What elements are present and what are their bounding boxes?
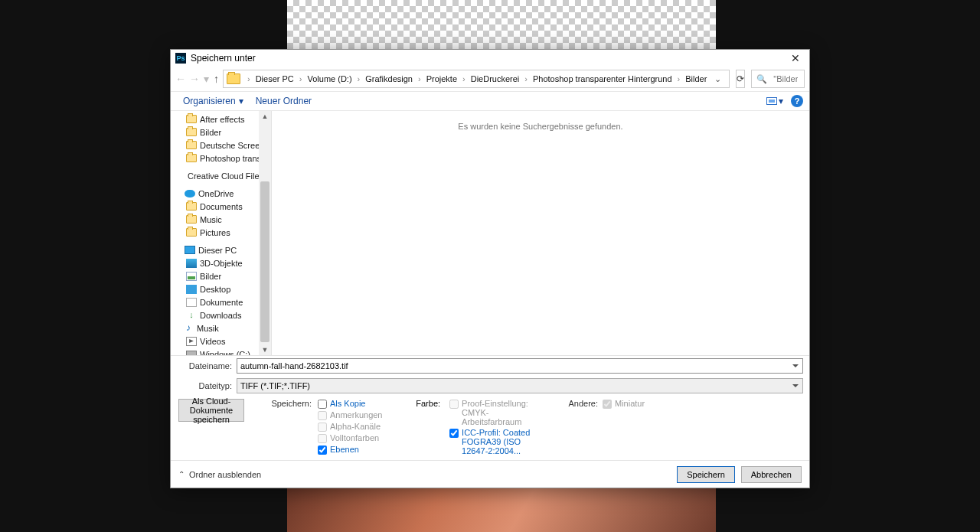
tree-label: OneDrive <box>198 189 234 198</box>
tree-label: Documents <box>200 202 243 211</box>
save-as-dialog: Ps Speichern unter ✕ ← → ▾ ↑ › Dieser PC… <box>170 49 810 488</box>
chevron-right-icon: › <box>245 74 253 83</box>
titlebar: Ps Speichern unter ✕ <box>171 50 809 67</box>
nav-recent-button[interactable]: ▾ <box>203 70 210 87</box>
tree-item-this-pc[interactable]: Dieser PC <box>171 243 271 256</box>
crumb[interactable]: Projekte <box>423 74 460 83</box>
scroll-thumb[interactable] <box>260 181 270 342</box>
crumb[interactable]: Grafikdesign <box>362 74 416 83</box>
tree-item[interactable]: Dokumente <box>171 295 271 308</box>
tree-item[interactable]: Desktop <box>171 282 271 295</box>
filename-input[interactable]: autumn-fall-hand-2682103.tif <box>237 358 803 374</box>
checkbox-layers[interactable]: Ebenen <box>318 445 396 455</box>
dialog-title: Speichern unter <box>191 53 786 64</box>
nav-row: ← → ▾ ↑ › Dieser PC › Volume (D:) › Graf… <box>171 67 809 91</box>
nav-forward-button[interactable]: → <box>189 70 200 87</box>
checkbox-spot-colors: Volltonfarben <box>318 433 396 443</box>
app-icon: Ps <box>175 53 186 64</box>
tree-item[interactable]: After effects <box>171 113 271 126</box>
tree-item-creative-cloud[interactable]: Creative Cloud Files <box>171 169 271 182</box>
nav-back-button[interactable]: ← <box>175 70 186 87</box>
hide-folders-toggle[interactable]: ⌃ Ordner ausblenden <box>178 470 261 479</box>
tree-label: Videos <box>200 337 225 346</box>
crumb[interactable]: Photoshop transparenter Hintergrund <box>530 74 675 83</box>
search-field[interactable]: 🔍 <box>751 70 805 88</box>
checkbox-as-copy[interactable]: Als Kopie <box>318 399 365 409</box>
tree-item[interactable]: ♪Musik <box>171 321 271 335</box>
chevron-right-icon: › <box>355 74 363 83</box>
save-options-label: Speichern: <box>260 399 318 409</box>
tree-item[interactable]: Bilder <box>171 269 271 282</box>
organize-menu[interactable]: Organisieren ▾ <box>177 96 250 106</box>
checkbox-proof-setup: Proof-Einstellung: CMYK-Arbeitsfarbraum <box>449 399 541 426</box>
hide-folders-label: Ordner ausblenden <box>189 470 261 479</box>
tree-label: Desktop <box>200 285 230 294</box>
save-cloud-button[interactable]: Als Cloud-Dokumente speichern <box>178 399 244 422</box>
color-options-label: Farbe: <box>411 399 445 455</box>
search-icon: 🔍 <box>756 74 767 84</box>
tree-item[interactable]: ↓Downloads <box>171 308 271 321</box>
filetype-row: Dateityp: TIFF (*.TIF;*.TIFF) <box>171 376 809 396</box>
cancel-button[interactable]: Abbrechen <box>741 466 802 483</box>
chevron-down-icon: ▾ <box>239 96 243 106</box>
tree-item[interactable]: Bilder <box>171 126 271 139</box>
tree-label: Musik <box>197 324 219 333</box>
scroll-down-icon[interactable]: ▼ <box>259 344 271 355</box>
breadcrumb[interactable]: › Dieser PC › Volume (D:) › Grafikdesign… <box>223 70 730 88</box>
downloads-icon: ↓ <box>186 311 197 320</box>
tree-label: After effects <box>200 115 245 124</box>
tree-item[interactable]: Photoshop transparente <box>171 152 271 165</box>
tree-item[interactable]: Documents <box>171 200 271 213</box>
tree-label: Dieser PC <box>198 246 237 255</box>
tree-label: Dokumente <box>200 298 243 307</box>
chevron-right-icon: › <box>522 74 530 83</box>
view-mode-dropdown[interactable]: ▾ <box>766 96 783 106</box>
drive-icon <box>186 351 197 356</box>
crumb[interactable]: Dieser PC <box>253 74 297 83</box>
scroll-up-icon[interactable]: ▲ <box>259 111 271 122</box>
tree-label: Creative Cloud Files <box>188 171 263 181</box>
crumb[interactable]: DieDruckerei <box>468 74 523 83</box>
chevron-right-icon: › <box>297 74 305 83</box>
tree-item[interactable]: Windows (C:) <box>171 348 271 355</box>
nav-up-button[interactable]: ↑ <box>213 70 220 87</box>
tree-item[interactable]: Pictures <box>171 226 271 239</box>
pictures-icon <box>186 272 197 281</box>
crumb[interactable]: Volume (D:) <box>304 74 354 83</box>
desktop-icon <box>186 285 197 294</box>
documents-icon <box>186 298 197 307</box>
videos-icon <box>186 337 197 346</box>
tree-item[interactable]: Music <box>171 213 271 226</box>
crumb[interactable]: Bilder <box>682 74 710 83</box>
organize-label: Organisieren <box>183 96 236 106</box>
tree-item[interactable]: 3D-Objekte <box>171 256 271 269</box>
folder-icon <box>186 128 197 136</box>
this-pc-icon <box>185 246 195 254</box>
search-input[interactable] <box>772 73 799 84</box>
chevron-right-icon: › <box>675 74 683 83</box>
tree-item[interactable]: Deutsche Screenshots <box>171 139 271 152</box>
3d-objects-icon <box>186 259 197 268</box>
folder-icon <box>186 202 197 211</box>
tree-label: Pictures <box>200 228 230 237</box>
view-icon <box>766 97 777 105</box>
breadcrumb-history-dropdown[interactable]: ⌄ <box>710 74 726 84</box>
close-button[interactable]: ✕ <box>786 51 805 66</box>
new-folder-button[interactable]: Neuer Ordner <box>250 96 318 106</box>
checkbox-icc-profile[interactable]: ICC-Profil: Coated FOGRA39 (ISO 12647-2:… <box>449 428 541 455</box>
tree-item-onedrive[interactable]: OneDrive <box>171 187 271 200</box>
tree-item[interactable]: Videos <box>171 335 271 348</box>
refresh-button[interactable]: ⟳ <box>736 70 745 88</box>
tree-scrollbar[interactable]: ▲ ▼ <box>259 111 271 355</box>
music-icon: ♪ <box>186 324 194 333</box>
folder-icon <box>186 215 197 224</box>
checkbox-thumbnail: Miniatur <box>603 399 645 409</box>
save-options: Als Cloud-Dokumente speichern Speichern:… <box>171 396 809 460</box>
filename-label: Dateiname: <box>171 361 237 370</box>
filetype-select[interactable]: TIFF (*.TIF;*.TIFF) <box>237 378 803 393</box>
tree-label: Bilder <box>200 128 221 137</box>
help-button[interactable]: ? <box>791 95 803 107</box>
folder-tree[interactable]: After effects Bilder Deutsche Screenshot… <box>171 111 272 355</box>
checkbox-alpha-channels: Alpha-Kanäle <box>318 422 396 432</box>
save-button[interactable]: Speichern <box>677 466 735 483</box>
